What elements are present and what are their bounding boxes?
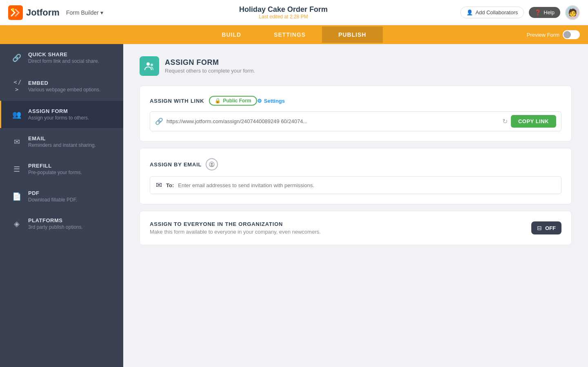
tab-build-label: BUILD: [222, 31, 241, 38]
svg-point-3: [151, 64, 153, 66]
settings-label: Settings: [264, 98, 285, 104]
platforms-title: PLATFORMS: [28, 217, 83, 223]
refresh-icon[interactable]: ↻: [502, 117, 508, 125]
email-input-row: ✉ To:: [150, 176, 561, 194]
assign-with-link-title: ASSIGN WITH LINK: [150, 98, 204, 104]
quick-share-desc: Direct form link and social share.: [28, 58, 99, 64]
sidebar-item-email[interactable]: ✉ EMAIL Reminders and instant sharing.: [0, 128, 123, 155]
public-form-label: Public Form: [223, 98, 251, 104]
header-right: 👤 Add Collaborators ❓ Help 🧑: [460, 5, 580, 20]
preview-form-area: Preview Form: [527, 30, 580, 39]
email-input[interactable]: [178, 182, 555, 188]
prefill-icon: ☰: [11, 165, 22, 174]
platforms-icon: ◈: [11, 219, 22, 228]
preview-form-label: Preview Form: [527, 32, 559, 38]
org-toggle-button[interactable]: ⊟ OFF: [531, 221, 561, 234]
sidebar-item-platforms[interactable]: ◈ PLATFORMS 3rd party publish options.: [0, 210, 123, 237]
sidebar-item-prefill[interactable]: ☰ PREFILL Pre-populate your forms.: [0, 155, 123, 183]
preview-toggle[interactable]: [563, 30, 580, 39]
chevron-down-icon: ▾: [100, 9, 103, 16]
assign-by-email-title: ASSIGN BY EMAIL: [150, 161, 202, 168]
tab-settings-label: SETTINGS: [274, 31, 306, 38]
nav-tabs: BUILD SETTINGS PUBLISH: [0, 27, 588, 43]
tab-settings[interactable]: SETTINGS: [257, 27, 322, 43]
header-center: Holiday Cake Order Form Last edited at 2…: [107, 5, 460, 20]
sidebar-item-pdf[interactable]: 📄 PDF Download fillable PDF.: [0, 183, 123, 210]
user-plus-icon: 👤: [466, 9, 473, 15]
email-title: EMAIL: [28, 135, 96, 141]
logo-text: Jotform: [26, 7, 60, 18]
prefill-desc: Pre-populate your forms.: [28, 170, 82, 175]
tab-publish-label: PUBLISH: [338, 31, 366, 38]
envelope-icon: ✉: [156, 181, 162, 190]
pdf-desc: Download fillable PDF.: [28, 197, 77, 203]
help-label: Help: [544, 9, 555, 15]
logo-area: Jotform Form Builder ▾: [8, 5, 107, 20]
assign-form-section-title: ASSIGN FORM: [165, 58, 255, 67]
email-to-label: To:: [166, 182, 174, 188]
assign-by-email-card: ASSIGN BY EMAIL ✉ To:: [140, 148, 572, 204]
link-row: 🔗 https://www.jotform.com/assign/2407440…: [150, 111, 561, 131]
add-collaborators-label: Add Collaborators: [475, 9, 518, 15]
assign-form-title: ASSIGN FORM: [28, 108, 89, 114]
last-edited-text: Last edited at 2:28 PM: [107, 14, 460, 20]
assign-form-header: ASSIGN FORM Request others to complete y…: [140, 56, 572, 76]
form-builder-dropdown[interactable]: Form Builder ▾: [63, 8, 107, 18]
svg-point-2: [146, 62, 150, 66]
email-icon: ✉: [11, 137, 22, 146]
tab-publish[interactable]: PUBLISH: [322, 27, 382, 43]
form-builder-label: Form Builder: [66, 9, 99, 16]
off-toggle-label: OFF: [545, 225, 556, 231]
prefill-title: PREFILL: [28, 163, 82, 169]
embed-desc: Various webpage embed options.: [28, 87, 100, 93]
gear-icon: ⚙: [257, 98, 262, 104]
sidebar-item-embed[interactable]: ＜/＞ EMBED Various webpage embed options.: [0, 71, 123, 101]
link-chain-icon: 🔗: [155, 117, 163, 125]
embed-icon: ＜/＞: [11, 79, 22, 93]
settings-link[interactable]: ⚙ Settings: [257, 98, 285, 104]
assign-org-title: ASSIGN TO EVERYONE IN THE ORGANIZATION: [150, 221, 321, 227]
upload-icon-button[interactable]: [206, 158, 218, 170]
platforms-desc: 3rd party publish options.: [28, 224, 83, 230]
assign-org-desc: Make this form available to everyone in …: [150, 229, 321, 235]
lock-icon: 🔒: [215, 98, 221, 104]
quick-share-title: QUICK SHARE: [28, 51, 99, 57]
add-collaborators-button[interactable]: 👤 Add Collaborators: [460, 7, 524, 18]
toggle-knob: [564, 31, 571, 38]
help-button[interactable]: ❓ Help: [529, 7, 560, 18]
pdf-icon: 📄: [11, 192, 22, 201]
sidebar-item-assign-form[interactable]: 👥 ASSIGN FORM Assign your forms to other…: [0, 101, 123, 128]
assign-with-link-card: ASSIGN WITH LINK 🔒 Public Form ⚙ Setting…: [140, 86, 572, 141]
help-circle-icon: ❓: [535, 9, 541, 15]
main-layout: 🔗 QUICK SHARE Direct form link and socia…: [0, 44, 588, 367]
sidebar: 🔗 QUICK SHARE Direct form link and socia…: [0, 44, 123, 367]
upload-icon: [209, 161, 215, 167]
nav-bar: BUILD SETTINGS PUBLISH Preview Form: [0, 25, 588, 44]
email-desc: Reminders and instant sharing.: [28, 142, 96, 148]
jotform-logo-icon: [8, 5, 23, 20]
assign-form-icon-box: [140, 56, 159, 76]
assign-form-desc: Assign your forms to others.: [28, 115, 89, 121]
assign-form-icon-svg: [144, 61, 155, 71]
header: Jotform Form Builder ▾ Holiday Cake Orde…: [0, 0, 588, 25]
sidebar-item-quick-share[interactable]: 🔗 QUICK SHARE Direct form link and socia…: [0, 44, 123, 71]
svg-point-1: [12, 8, 14, 11]
link-icon: 🔗: [11, 53, 22, 62]
copy-link-button[interactable]: COPY LINK: [511, 115, 556, 128]
toggle-bars-icon: ⊟: [537, 225, 542, 231]
assign-org-card: ASSIGN TO EVERYONE IN THE ORGANIZATION M…: [140, 211, 572, 245]
content-area: ASSIGN FORM Request others to complete y…: [123, 44, 588, 367]
form-title: Holiday Cake Order Form: [107, 5, 460, 14]
avatar[interactable]: 🧑: [565, 5, 580, 20]
link-url-text[interactable]: https://www.jotform.com/assign/240744008…: [166, 118, 499, 124]
tab-build[interactable]: BUILD: [205, 27, 257, 43]
pdf-title: PDF: [28, 190, 77, 196]
embed-title: EMBED: [28, 80, 100, 86]
assign-form-section-desc: Request others to complete your form.: [165, 68, 255, 74]
assign-form-icon: 👥: [11, 110, 22, 119]
public-form-badge[interactable]: 🔒 Public Form: [209, 96, 257, 106]
